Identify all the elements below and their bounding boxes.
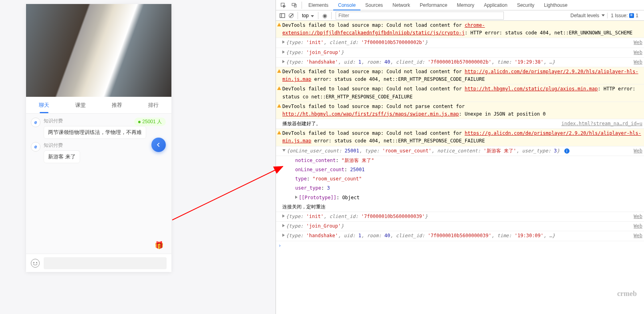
chat-body: 25001 人 e 知识付费 两节课领悟物理训练法，学物理，不再难 e 知识付费… [26,114,171,254]
online-count-text: 25001 人 [142,118,162,125]
source-link[interactable]: Web [630,232,642,240]
devtools-tabbar: Elements Console Sources Network Perform… [276,0,644,10]
source-link[interactable]: Web [630,58,642,66]
panel-network[interactable]: Network [388,0,415,10]
tab-chat[interactable]: 聊天 [26,97,62,113]
clear-console-icon[interactable] [289,13,294,18]
new-message-fab[interactable] [151,138,166,152]
object-property: user_type: 3 [276,184,644,193]
gift-icon[interactable]: 🎁 [155,241,163,250]
phone-card: 聊天 课堂 推荐 排行 25001 人 e 知识付费 两节课领悟物理训练法，学物… [26,4,171,272]
tab-recommend[interactable]: 推荐 [99,97,135,113]
console-log-row: 播放器创建好了。 index.html?stream_na…rd_id=u [276,119,644,129]
msg-bubble: 两节课领悟物理训练法，学物理，不再难 [44,126,146,139]
source-link[interactable]: Web [630,213,642,220]
device-toggle-icon[interactable] [289,0,300,10]
source-link[interactable]: Web [630,147,642,155]
panel-elements[interactable]: Elements [304,0,333,10]
console-prompt[interactable]: › [276,241,644,250]
panel-application[interactable]: Application [479,0,512,10]
console-output[interactable]: DevTools failed to load source map: Coul… [276,21,644,314]
panel-console[interactable]: Console [333,0,360,10]
devtools-panel: Elements Console Sources Network Perform… [276,0,644,314]
app-tabs: 聊天 课堂 推荐 排行 [26,97,171,114]
object-prototype[interactable]: [[Prototype]]: Object [276,193,644,202]
panel-lighthouse[interactable]: Lighthouse [539,0,572,10]
status-dot-icon [138,121,141,123]
expand-icon[interactable] [282,60,285,63]
expand-icon[interactable] [282,40,285,44]
panel-memory[interactable]: Memory [452,0,479,10]
tab-classroom[interactable]: 课堂 [62,97,99,113]
info-icon[interactable]: i [564,148,570,154]
console-warning-row: DevTools failed to load source map: Coul… [276,129,644,146]
msg-sender: 知识付费 [44,142,80,149]
expand-icon[interactable] [282,214,285,218]
console-object-expanded-row[interactable]: {onLine_user_count: 25001, type: 'room_u… [276,146,644,156]
crmeb-watermark: crmeb [617,290,637,298]
console-warning-row: DevTools failed to load source map: Coul… [276,67,644,84]
issues-indicator[interactable]: 1 Issue: 1 [607,13,642,18]
object-property: onLine_user_count: 25001 [276,165,644,174]
emoji-icon[interactable] [31,259,40,268]
avatar[interactable]: e [31,142,40,152]
source-link[interactable]: index.html?stream_na…rd_id=u [557,120,642,128]
collapse-icon[interactable] [282,149,286,152]
panel-security[interactable]: Security [512,0,539,10]
svg-rect-3 [280,14,285,18]
console-warning-row: DevTools failed to load source map: Coul… [276,102,644,119]
expand-icon[interactable] [295,196,298,199]
object-property: notice_content: "新游客 来了" [276,156,644,165]
avatar[interactable]: e [31,118,40,127]
source-link[interactable]: Web [630,222,642,230]
chat-input-bar [26,254,171,272]
arrow-left-icon [156,142,161,148]
expand-icon[interactable] [282,50,285,54]
msg-bubble: 新游客 来了 [44,150,80,163]
console-toolbar: top ◉ Default levels 1 Issue: 1 [276,10,644,21]
chat-message-row: e 知识付费 新游客 来了 [31,142,167,163]
console-object-row[interactable]: {type: 'join_Group'} Web [276,222,644,231]
console-object-row[interactable]: {type: 'handshake', uid: 1, room: 40, cl… [276,58,644,67]
source-map-link[interactable]: http://ht.hbgmyl.com/static/plug/axios.m… [465,86,598,92]
panel-sources[interactable]: Sources [360,0,388,10]
context-selector[interactable]: top [302,13,314,18]
panel-performance[interactable]: Performance [415,0,452,10]
console-warning-row: DevTools failed to load source map: Coul… [276,84,644,102]
online-count-badge: 25001 人 [134,118,166,126]
app-preview-pane: 聊天 课堂 推荐 排行 25001 人 e 知识付费 两节课领悟物理训练法，学物… [0,0,276,314]
console-object-row[interactable]: {type: 'handshake', uid: 1, room: 40, cl… [276,231,644,241]
console-filter-input[interactable] [336,12,504,20]
console-log-row: 连接关闭，定时重连 [276,202,644,212]
source-link[interactable]: Web [630,39,642,46]
source-map-link[interactable]: http://ht.hbgmyl.com/wap/first/zsff/js/m… [282,111,459,117]
chat-text-input[interactable] [44,257,167,269]
object-property: type: "room_user_count" [276,174,644,184]
source-link[interactable]: Web [630,49,642,56]
console-sidebar-toggle-icon[interactable] [278,10,286,21]
console-warning-row: DevTools failed to load source map: Coul… [276,21,644,38]
inspect-icon[interactable] [278,0,289,10]
console-object-row[interactable]: {type: 'init', client_id: '7f0000010b570… [276,38,644,48]
console-object-row[interactable]: {type: 'join_Group'} Web [276,48,644,58]
log-levels-selector[interactable]: Default levels [570,13,605,18]
issue-icon [629,13,634,18]
live-expression-icon[interactable]: ◉ [322,12,327,19]
tab-rank[interactable]: 排行 [135,97,171,113]
video-thumbnail[interactable] [26,4,171,97]
expand-icon[interactable] [282,234,285,237]
msg-sender: 知识付费 [44,118,146,124]
expand-icon[interactable] [282,224,285,227]
console-object-row[interactable]: {type: 'init', client_id: '7f0000010b560… [276,212,644,222]
